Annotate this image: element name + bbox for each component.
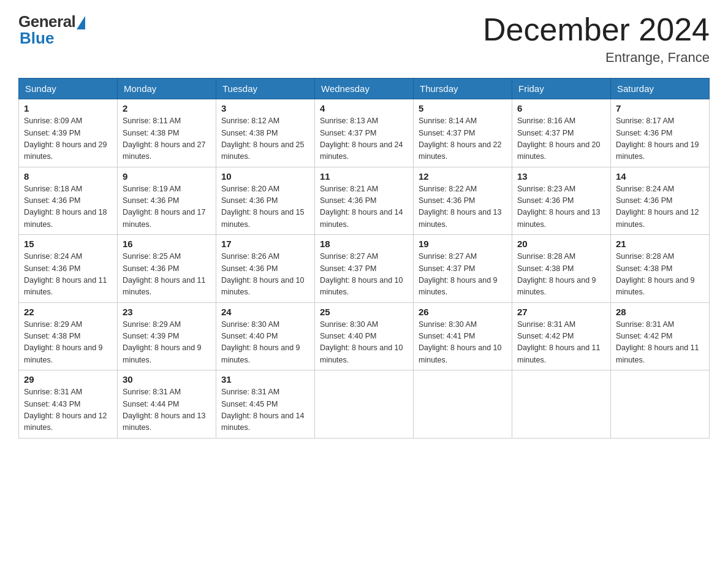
day-number: 31 (221, 374, 309, 385)
day-number: 25 (320, 307, 408, 317)
calendar-day-cell: 15Sunrise: 8:24 AMSunset: 4:36 PMDayligh… (19, 235, 118, 303)
logo-triangle-icon (77, 16, 85, 29)
day-info: Sunrise: 8:31 AMSunset: 4:42 PMDaylight:… (517, 319, 605, 367)
day-number: 1 (24, 103, 112, 113)
calendar-day-cell: 10Sunrise: 8:20 AMSunset: 4:36 PMDayligh… (216, 167, 315, 235)
calendar-day-cell: 14Sunrise: 8:24 AMSunset: 4:36 PMDayligh… (611, 167, 710, 235)
day-number: 23 (123, 307, 211, 317)
day-info: Sunrise: 8:28 AMSunset: 4:38 PMDaylight:… (517, 251, 605, 299)
day-info: Sunrise: 8:30 AMSunset: 4:40 PMDaylight:… (320, 319, 408, 367)
day-number: 2 (123, 103, 211, 113)
day-number: 30 (123, 374, 211, 385)
day-info: Sunrise: 8:31 AMSunset: 4:43 PMDaylight:… (24, 386, 112, 434)
day-number: 4 (320, 103, 408, 113)
day-info: Sunrise: 8:30 AMSunset: 4:40 PMDaylight:… (221, 319, 309, 367)
day-number: 19 (419, 239, 507, 249)
day-info: Sunrise: 8:12 AMSunset: 4:38 PMDaylight:… (221, 115, 309, 163)
calendar-week-row: 8Sunrise: 8:18 AMSunset: 4:36 PMDaylight… (19, 167, 710, 235)
calendar-table: SundayMondayTuesdayWednesdayThursdayFrid… (18, 78, 710, 439)
calendar-day-cell: 1Sunrise: 8:09 AMSunset: 4:39 PMDaylight… (19, 99, 118, 167)
title-section: December 2024 Entrange, France (483, 12, 710, 66)
calendar-day-cell: 12Sunrise: 8:22 AMSunset: 4:36 PMDayligh… (414, 167, 512, 235)
day-number: 3 (221, 103, 309, 113)
day-info: Sunrise: 8:27 AMSunset: 4:37 PMDaylight:… (320, 251, 408, 299)
calendar-week-row: 29Sunrise: 8:31 AMSunset: 4:43 PMDayligh… (19, 370, 710, 439)
day-info: Sunrise: 8:20 AMSunset: 4:36 PMDaylight:… (221, 183, 309, 231)
day-number: 18 (320, 239, 408, 249)
calendar-day-cell: 4Sunrise: 8:13 AMSunset: 4:37 PMDaylight… (315, 99, 414, 167)
location-text: Entrange, France (483, 50, 710, 66)
calendar-day-cell: 20Sunrise: 8:28 AMSunset: 4:38 PMDayligh… (512, 235, 611, 303)
weekday-header-thursday: Thursday (414, 79, 512, 99)
calendar-day-cell: 31Sunrise: 8:31 AMSunset: 4:45 PMDayligh… (216, 370, 315, 439)
day-number: 14 (616, 171, 704, 182)
calendar-day-cell: 5Sunrise: 8:14 AMSunset: 4:37 PMDaylight… (414, 99, 512, 167)
weekday-header-tuesday: Tuesday (216, 79, 315, 99)
day-info: Sunrise: 8:18 AMSunset: 4:36 PMDaylight:… (24, 183, 112, 231)
day-info: Sunrise: 8:25 AMSunset: 4:36 PMDaylight:… (123, 251, 211, 299)
calendar-day-cell (414, 370, 512, 439)
day-info: Sunrise: 8:24 AMSunset: 4:36 PMDaylight:… (24, 251, 112, 299)
day-number: 20 (517, 239, 605, 249)
calendar-day-cell: 19Sunrise: 8:27 AMSunset: 4:37 PMDayligh… (414, 235, 512, 303)
day-info: Sunrise: 8:29 AMSunset: 4:39 PMDaylight:… (123, 319, 211, 367)
day-info: Sunrise: 8:30 AMSunset: 4:41 PMDaylight:… (419, 319, 507, 367)
day-info: Sunrise: 8:24 AMSunset: 4:36 PMDaylight:… (616, 183, 704, 231)
day-info: Sunrise: 8:31 AMSunset: 4:44 PMDaylight:… (123, 386, 211, 434)
day-number: 7 (616, 103, 704, 113)
calendar-day-cell: 11Sunrise: 8:21 AMSunset: 4:36 PMDayligh… (315, 167, 414, 235)
calendar-day-cell: 21Sunrise: 8:28 AMSunset: 4:38 PMDayligh… (611, 235, 710, 303)
calendar-day-cell: 7Sunrise: 8:17 AMSunset: 4:36 PMDaylight… (611, 99, 710, 167)
calendar-day-cell (512, 370, 611, 439)
month-title: December 2024 (483, 12, 710, 47)
calendar-day-cell: 2Sunrise: 8:11 AMSunset: 4:38 PMDaylight… (118, 99, 216, 167)
calendar-day-cell: 28Sunrise: 8:31 AMSunset: 4:42 PMDayligh… (611, 302, 710, 370)
day-info: Sunrise: 8:31 AMSunset: 4:45 PMDaylight:… (221, 386, 309, 434)
calendar-day-cell: 6Sunrise: 8:16 AMSunset: 4:37 PMDaylight… (512, 99, 611, 167)
calendar-day-cell (315, 370, 414, 439)
day-info: Sunrise: 8:26 AMSunset: 4:36 PMDaylight:… (221, 251, 309, 299)
day-info: Sunrise: 8:28 AMSunset: 4:38 PMDaylight:… (616, 251, 704, 299)
day-number: 10 (221, 171, 309, 182)
day-number: 26 (419, 307, 507, 317)
day-info: Sunrise: 8:16 AMSunset: 4:37 PMDaylight:… (517, 115, 605, 163)
day-number: 16 (123, 239, 211, 249)
calendar-day-cell: 29Sunrise: 8:31 AMSunset: 4:43 PMDayligh… (19, 370, 118, 439)
day-info: Sunrise: 8:17 AMSunset: 4:36 PMDaylight:… (616, 115, 704, 163)
day-info: Sunrise: 8:22 AMSunset: 4:36 PMDaylight:… (419, 183, 507, 231)
calendar-day-cell: 18Sunrise: 8:27 AMSunset: 4:37 PMDayligh… (315, 235, 414, 303)
calendar-day-cell: 16Sunrise: 8:25 AMSunset: 4:36 PMDayligh… (118, 235, 216, 303)
calendar-week-row: 1Sunrise: 8:09 AMSunset: 4:39 PMDaylight… (19, 99, 710, 167)
day-info: Sunrise: 8:11 AMSunset: 4:38 PMDaylight:… (123, 115, 211, 163)
calendar-week-row: 15Sunrise: 8:24 AMSunset: 4:36 PMDayligh… (19, 235, 710, 303)
page-header: General Blue December 2024 Entrange, Fra… (18, 12, 710, 66)
calendar-day-cell (611, 370, 710, 439)
calendar-day-cell: 13Sunrise: 8:23 AMSunset: 4:36 PMDayligh… (512, 167, 611, 235)
day-info: Sunrise: 8:21 AMSunset: 4:36 PMDaylight:… (320, 183, 408, 231)
day-info: Sunrise: 8:13 AMSunset: 4:37 PMDaylight:… (320, 115, 408, 163)
day-info: Sunrise: 8:31 AMSunset: 4:42 PMDaylight:… (616, 319, 704, 367)
day-number: 13 (517, 171, 605, 182)
day-number: 27 (517, 307, 605, 317)
day-number: 29 (24, 374, 112, 385)
calendar-day-cell: 9Sunrise: 8:19 AMSunset: 4:36 PMDaylight… (118, 167, 216, 235)
day-info: Sunrise: 8:19 AMSunset: 4:36 PMDaylight:… (123, 183, 211, 231)
day-number: 15 (24, 239, 112, 249)
calendar-week-row: 22Sunrise: 8:29 AMSunset: 4:38 PMDayligh… (19, 302, 710, 370)
day-number: 11 (320, 171, 408, 182)
day-info: Sunrise: 8:14 AMSunset: 4:37 PMDaylight:… (419, 115, 507, 163)
day-info: Sunrise: 8:09 AMSunset: 4:39 PMDaylight:… (24, 115, 112, 163)
day-info: Sunrise: 8:29 AMSunset: 4:38 PMDaylight:… (24, 319, 112, 367)
day-info: Sunrise: 8:23 AMSunset: 4:36 PMDaylight:… (517, 183, 605, 231)
day-number: 17 (221, 239, 309, 249)
day-number: 9 (123, 171, 211, 182)
weekday-header-friday: Friday (512, 79, 611, 99)
logo: General Blue (18, 12, 85, 48)
weekday-header-sunday: Sunday (19, 79, 118, 99)
day-number: 28 (616, 307, 704, 317)
calendar-day-cell: 22Sunrise: 8:29 AMSunset: 4:38 PMDayligh… (19, 302, 118, 370)
calendar-day-cell: 25Sunrise: 8:30 AMSunset: 4:40 PMDayligh… (315, 302, 414, 370)
weekday-header-saturday: Saturday (611, 79, 710, 99)
calendar-day-cell: 17Sunrise: 8:26 AMSunset: 4:36 PMDayligh… (216, 235, 315, 303)
weekday-header-wednesday: Wednesday (315, 79, 414, 99)
